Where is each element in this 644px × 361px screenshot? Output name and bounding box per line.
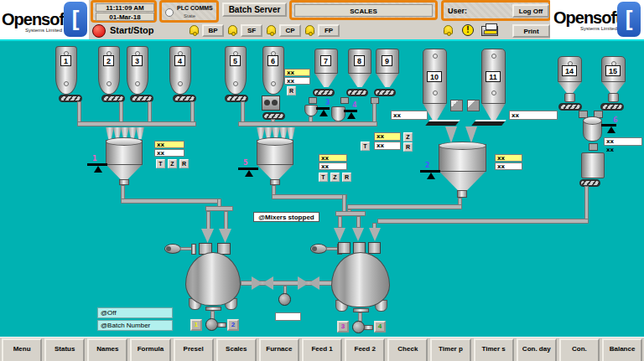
alarm-button-sf[interactable]: SF xyxy=(241,24,262,37)
motor-unit[interactable] xyxy=(262,95,280,111)
outlet-stub xyxy=(270,179,280,185)
alarm-bell-icon[interactable] xyxy=(305,25,314,34)
butterfly-valve-icon[interactable] xyxy=(252,276,262,290)
discharge-valve[interactable] xyxy=(352,321,365,333)
slide-gate[interactable] xyxy=(309,97,317,104)
menu-button-names[interactable]: Names xyxy=(87,338,127,361)
weight-setpoint-display[interactable]: xx xyxy=(495,154,522,162)
screw-conveyor[interactable] xyxy=(346,89,368,96)
menu-button-furnace[interactable]: Furnace xyxy=(259,338,299,361)
alarm-bell-icon[interactable] xyxy=(190,25,199,34)
pipe xyxy=(241,101,245,124)
weigh-mixer-3[interactable] xyxy=(439,144,486,172)
pipe xyxy=(372,223,377,229)
alarm-button-bp[interactable]: BP xyxy=(202,24,224,37)
screw-conveyor[interactable] xyxy=(313,89,335,96)
brand-bracket-icon: [ xyxy=(617,2,641,37)
menu-button-con-month[interactable]: Con. month xyxy=(559,338,600,361)
menu-button-timer-s[interactable]: Timer s xyxy=(474,338,514,361)
slide-gate-plate[interactable] xyxy=(425,120,460,126)
outlet-valve[interactable] xyxy=(564,93,575,102)
menu-button-feed1[interactable]: Feed 1 xyxy=(302,338,342,361)
slide-gate[interactable] xyxy=(589,143,598,151)
scale-fulcrum xyxy=(347,112,356,119)
blower-icon[interactable] xyxy=(164,244,181,254)
silo-5[interactable] xyxy=(225,46,247,95)
mixer-button-2[interactable]: 2 xyxy=(227,319,239,331)
alarm-button-cp[interactable]: CP xyxy=(279,24,301,37)
print-button[interactable]: Print xyxy=(512,24,550,38)
menu-button-scales[interactable]: Scales xyxy=(216,338,257,361)
weigh-mixer-1[interactable] xyxy=(106,140,143,165)
alarm-bell-icon[interactable] xyxy=(444,25,453,34)
menu-button-feed2[interactable]: Feed 2 xyxy=(345,338,385,361)
silo-number: 3 xyxy=(132,55,143,66)
vibrator-unit[interactable] xyxy=(450,100,463,111)
menu-button-timer-p[interactable]: Timer p xyxy=(430,338,470,361)
valve-outlet xyxy=(217,322,226,327)
screw-conveyor[interactable] xyxy=(374,89,396,96)
pipe xyxy=(272,194,347,199)
outlet-valve[interactable] xyxy=(608,93,619,102)
valve-outlet xyxy=(364,325,373,330)
slide-gate-plate[interactable] xyxy=(471,120,506,126)
menu-button-status[interactable]: Status xyxy=(44,338,85,361)
silo-number: 2 xyxy=(103,55,114,66)
reset-button[interactable]: R xyxy=(342,173,351,182)
blower-icon[interactable] xyxy=(310,244,327,254)
plc-state-indicator[interactable] xyxy=(165,8,174,17)
alarm-button-fp[interactable]: FP xyxy=(318,24,340,37)
mixer-button-1[interactable]: 1 xyxy=(190,319,202,331)
discharge-valve[interactable] xyxy=(205,318,218,331)
menu-button-menu[interactable]: Menu xyxy=(2,338,42,361)
silo-1[interactable] xyxy=(55,46,77,95)
weight-setpoint-display[interactable]: xx xyxy=(374,132,401,141)
reset-button[interactable]: R xyxy=(179,159,189,168)
weight-setpoint-display[interactable]: xx xyxy=(319,154,347,162)
silo-2[interactable] xyxy=(98,46,120,95)
reset-button[interactable]: R xyxy=(403,142,413,152)
screw-conveyor[interactable] xyxy=(600,103,624,111)
silo-3[interactable] xyxy=(127,46,148,95)
zero-button[interactable]: Z xyxy=(330,173,340,182)
menu-button-check[interactable]: Check xyxy=(387,338,428,361)
weigh-hopper-6[interactable] xyxy=(583,119,602,142)
slide-gate[interactable] xyxy=(340,97,349,104)
tare-button[interactable]: T xyxy=(361,142,370,151)
reset-button[interactable]: R xyxy=(287,86,296,95)
alarm-bell-icon[interactable] xyxy=(228,25,237,34)
zero-button[interactable]: Z xyxy=(403,132,413,142)
batch-server-button[interactable]: Batch Server xyxy=(222,3,287,17)
menu-button-presel[interactable]: Presel xyxy=(174,338,214,361)
menu-button-formula[interactable]: Formula xyxy=(130,338,170,361)
buffer-vessel[interactable] xyxy=(581,152,605,178)
mixer-button-3[interactable]: 3 xyxy=(337,321,349,333)
brand-subtitle: Systems Limited xyxy=(25,28,62,33)
menu-button-con-day[interactable]: Con. day xyxy=(517,338,557,361)
printer-icon[interactable] xyxy=(481,26,498,36)
screw-conveyor[interactable] xyxy=(558,103,582,111)
weigh-mixer-2[interactable] xyxy=(257,140,293,165)
tare-button[interactable]: T xyxy=(156,159,165,168)
silo-6[interactable] xyxy=(262,46,284,95)
weight-setpoint-display[interactable]: xx xyxy=(154,141,184,148)
weigh-hopper-4[interactable] xyxy=(331,106,345,121)
alarm-exclamation-icon[interactable]: ! xyxy=(462,24,474,36)
screen-title: SCALES xyxy=(294,4,433,17)
butterfly-valve-icon[interactable] xyxy=(262,276,273,290)
mixer-button-4[interactable]: 4 xyxy=(374,321,386,333)
weight-setpoint-display[interactable]: xx xyxy=(284,69,310,76)
menu-button-balance[interactable]: Balance xyxy=(602,338,642,361)
silo-4[interactable] xyxy=(169,46,191,95)
butterfly-valve-icon[interactable] xyxy=(309,276,319,290)
scale-number: 5 xyxy=(243,160,248,167)
screw-conveyor[interactable] xyxy=(579,179,600,187)
tare-button[interactable]: T xyxy=(319,173,328,182)
logoff-button[interactable]: Log Off xyxy=(512,4,549,18)
butterfly-valve-icon[interactable] xyxy=(298,276,309,290)
alarm-bell-icon[interactable] xyxy=(267,25,276,34)
brand-text: Opensoft xyxy=(2,10,69,29)
start-stop-indicator[interactable] xyxy=(92,24,106,38)
zero-button[interactable]: Z xyxy=(168,159,177,168)
vibrator-unit[interactable] xyxy=(467,100,480,111)
